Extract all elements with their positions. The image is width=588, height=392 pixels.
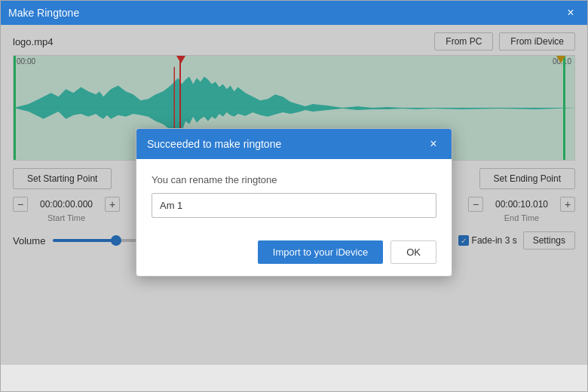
window-title: Make Ringtone xyxy=(8,7,79,19)
ok-button[interactable]: OK xyxy=(390,240,436,264)
bottom-strip xyxy=(1,364,587,391)
modal-overlay: Succeeded to make ringtone × You can ren… xyxy=(1,25,587,364)
import-to-idevice-button[interactable]: Import to your iDevice xyxy=(258,240,383,264)
modal-header: Succeeded to make ringtone × xyxy=(136,129,452,159)
main-content: logo.mp4 From PC From iDevice 00:00 00:1… xyxy=(1,25,587,364)
window-close-button[interactable]: × xyxy=(562,4,580,22)
modal-description: You can rename the ringtone xyxy=(152,174,436,185)
ringtone-name-input[interactable] xyxy=(152,193,436,218)
modal-title: Succeeded to make ringtone xyxy=(147,138,281,150)
title-bar: Make Ringtone × xyxy=(1,1,587,25)
modal-footer: Import to your iDevice OK xyxy=(136,233,452,276)
main-window: Make Ringtone × logo.mp4 From PC From iD… xyxy=(0,0,588,392)
modal-body: You can rename the ringtone xyxy=(136,159,452,233)
success-modal: Succeeded to make ringtone × You can ren… xyxy=(136,128,452,277)
modal-close-button[interactable]: × xyxy=(426,136,441,152)
